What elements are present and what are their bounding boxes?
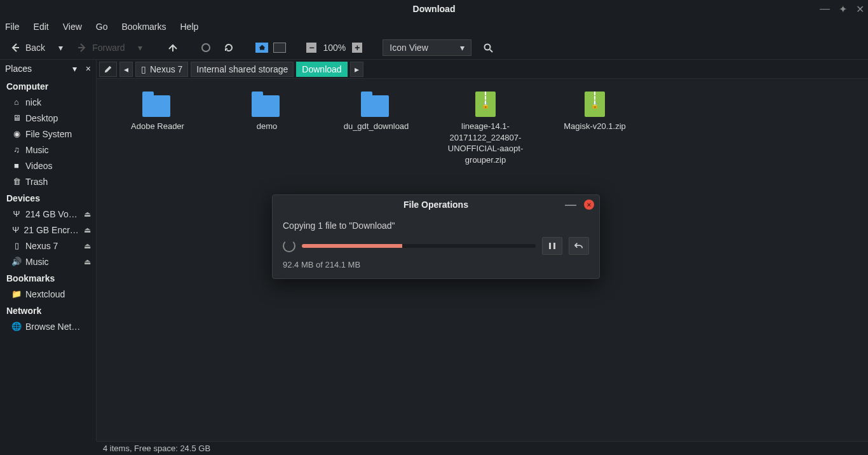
sidebar-item[interactable]: Ψ214 GB Vo…⏏ [0, 206, 96, 222]
window-controls: — ✦ ✕ [820, 3, 864, 15]
dialog-titlebar: File Operations — × [273, 195, 599, 214]
sidebar-item-label: Desktop [25, 113, 58, 123]
zip-icon: 🔒 [470, 92, 501, 117]
sidebar-item-label: 21 GB Encrypt… [24, 225, 80, 235]
chevron-down-icon: ▾ [460, 43, 465, 53]
audio-icon: 🔊 [11, 257, 22, 266]
sidebar-item[interactable]: 🗑Trash [0, 173, 96, 189]
menubar: File Edit View Go Bookmarks Help [0, 18, 868, 36]
back-label: Back [25, 43, 45, 53]
music-icon: ♫ [11, 145, 22, 154]
sidebar-item-label: Nexus 7 [25, 241, 58, 251]
file-label: lineage-14.1-20171122_224807-UNOFFICIAL-… [435, 121, 536, 165]
menu-go[interactable]: Go [96, 22, 108, 32]
sidebar-item[interactable]: ■Videos [0, 158, 96, 173]
eject-icon[interactable]: ⏏ [84, 226, 91, 234]
eject-icon[interactable]: ⏏ [84, 241, 91, 250]
close-icon[interactable]: ✕ [856, 3, 864, 15]
menu-help[interactable]: Help [180, 22, 199, 32]
back-button[interactable]: Back [5, 39, 49, 57]
sidebar-section-label: Network [0, 302, 96, 318]
zoom-in-button[interactable]: + [352, 43, 362, 53]
pathbar: ◂ ▯ Nexus 7 Internal shared storage Down… [97, 60, 868, 79]
zip-icon: 🔒 [580, 92, 610, 117]
dialog-minimize-icon[interactable]: — [565, 198, 576, 212]
triangle-right-icon: ▸ [355, 64, 359, 74]
menu-file[interactable]: File [5, 22, 20, 32]
undo-button[interactable] [569, 237, 589, 255]
status-text: 4 items, Free space: 24.5 GB [103, 444, 210, 453]
sidebar-item-label: 214 GB Vo… [25, 209, 78, 219]
sidebar-item-label: Nextcloud [25, 289, 65, 299]
sidebar-item-label: nick [25, 97, 41, 107]
sidebar-item[interactable]: ◉File System [0, 126, 96, 142]
sidebar-dropdown-icon[interactable]: ▾ [72, 64, 77, 74]
stop-button[interactable] [200, 41, 212, 54]
back-dropdown-icon[interactable]: ▾ [54, 41, 67, 54]
computer-button[interactable] [273, 41, 286, 54]
path-device[interactable]: ▯ Nexus 7 [135, 62, 188, 77]
menu-view[interactable]: View [63, 22, 82, 32]
zoom-out-button[interactable]: − [306, 43, 316, 53]
sidebar-close-icon[interactable]: × [86, 64, 91, 74]
forward-label: Forward [92, 43, 125, 53]
disk-icon: ◉ [11, 129, 22, 139]
file-operations-dialog: File Operations — × Copying 1 file to "D… [272, 194, 600, 279]
file-item[interactable]: 🔒Magisk-v20.1.zip [540, 89, 649, 168]
titlebar: Download — ✦ ✕ [0, 0, 868, 18]
view-mode-select[interactable]: Icon View ▾ [383, 39, 471, 56]
statusbar: 4 items, Free space: 24.5 GB [97, 441, 868, 455]
dialog-close-icon[interactable]: × [584, 200, 594, 210]
reload-button[interactable] [222, 41, 235, 54]
view-mode-label: Icon View [390, 43, 428, 53]
path-segment-0-label: Internal shared storage [196, 64, 288, 74]
phone-icon: ▯ [11, 241, 22, 250]
sidebar-title: Places [5, 64, 32, 74]
eject-icon[interactable]: ⏏ [84, 257, 91, 266]
svg-point-1 [484, 44, 490, 50]
pathbar-prev-button[interactable]: ◂ [119, 62, 133, 77]
sidebar-item-label: Trash [25, 177, 48, 187]
forward-button[interactable]: Forward [72, 39, 128, 57]
minimize-icon[interactable]: — [820, 3, 830, 15]
forward-dropdown-icon[interactable]: ▾ [133, 41, 146, 54]
up-button[interactable] [166, 41, 179, 54]
file-label: Magisk-v20.1.zip [564, 121, 626, 132]
home-icon: ⌂ [11, 97, 22, 107]
maximize-icon[interactable]: ✦ [839, 3, 847, 15]
menu-bookmarks[interactable]: Bookmarks [121, 22, 166, 32]
search-button[interactable] [482, 41, 494, 54]
pause-button[interactable] [542, 237, 562, 255]
file-item[interactable]: Adobe Reader [103, 89, 212, 168]
pathbar-next-button[interactable]: ▸ [350, 62, 363, 77]
sidebar-item-label: Videos [25, 161, 53, 171]
sidebar-item[interactable]: ⌂nick [0, 94, 96, 110]
dialog-bytes: 92.4 MB of 214.1 MB [283, 260, 589, 269]
sidebar-header: Places ▾ × [0, 60, 96, 78]
file-label: Adobe Reader [131, 121, 184, 132]
sidebar-item[interactable]: ♫Music [0, 142, 96, 158]
sidebar-item[interactable]: 🌐Browse Netw… [0, 318, 96, 334]
file-item[interactable]: demo [212, 89, 322, 168]
zoom-level: 100% [323, 43, 346, 53]
path-segment-0[interactable]: Internal shared storage [191, 62, 294, 77]
file-label: du_gdt_download [344, 121, 409, 132]
sidebar-item[interactable]: 🖥Desktop [0, 110, 96, 126]
sidebar-item[interactable]: 🔊Music⏏ [0, 254, 96, 269]
path-segment-1[interactable]: Download [296, 62, 347, 77]
dialog-title: File Operations [403, 200, 468, 210]
file-item[interactable]: 🔒lineage-14.1-20171122_224807-UNOFFICIAL… [431, 89, 540, 168]
sidebar-section-label: Bookmarks [0, 269, 96, 286]
svg-rect-2 [549, 243, 551, 249]
sidebar-item[interactable]: 📁Nextcloud [0, 286, 96, 302]
progress-bar [302, 244, 536, 248]
file-item[interactable]: du_gdt_download [322, 89, 431, 168]
menu-edit[interactable]: Edit [34, 22, 49, 32]
home-button[interactable] [255, 41, 268, 54]
sidebar-item-label: File System [25, 129, 72, 139]
sidebar-item[interactable]: Ψ21 GB Encrypt…⏏ [0, 222, 96, 238]
dialog-status: Copying 1 file to "Download" [283, 221, 589, 231]
pathbar-edit-button[interactable] [99, 62, 117, 77]
eject-icon[interactable]: ⏏ [84, 210, 91, 219]
sidebar-item[interactable]: ▯Nexus 7⏏ [0, 238, 96, 254]
